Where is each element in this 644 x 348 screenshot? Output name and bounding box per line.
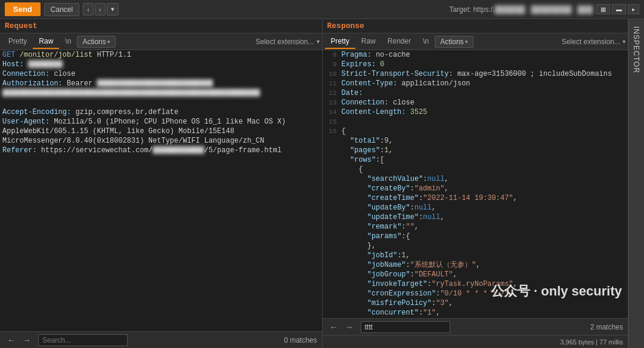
resp-line-jobid: "jobId":1, [323,251,628,260]
main-content: Request Pretty Raw \n Actions ▾ Select e… [0,19,644,348]
request-title: Request [0,19,322,33]
resp-line-concurrent: "concurrent":"1", [323,308,628,318]
response-panel-wrapper: Response Pretty Raw Render \n Actions ▾ … [323,19,645,348]
response-nav: ← → [327,322,356,332]
select-ext-arrow-left: ▾ [317,38,320,45]
req-nav-prev[interactable]: ← [5,335,18,345]
response-actions-dropdown-icon: ▾ [465,39,468,45]
view-grid-button[interactable]: ▦ [596,4,610,14]
tab-response-actions[interactable]: Actions ▾ [435,36,473,48]
resp-line-searchvalue: "searchValue":null, [323,174,628,184]
select-extension-left[interactable]: Select extension... ▾ [255,38,319,46]
toolbar: Send Cancel ‹ › ▾ Target: https:/.██████… [0,0,644,19]
tab-request-raw[interactable]: Raw [33,35,59,49]
tab-request-n[interactable]: \n [59,35,77,49]
req-line-8: User-Agent: Mozilla/5.0 (iPhone; CPU iPh… [0,117,322,127]
req-line-2: Host: ████████ [0,60,322,69]
resp-line-rows: "rows":[ [323,155,628,165]
req-line-6 [0,98,322,107]
request-match-count: 0 matches [284,336,317,344]
request-tabs: Pretty Raw \n Actions ▾ Select extension… [0,33,322,50]
actions-dropdown-icon: ▾ [107,39,110,45]
resp-line-obj-open: { [323,165,628,174]
tab-request-pretty[interactable]: Pretty [2,35,33,49]
req-line-9: AppleWebKit/605.1.15 (KHTML, like Gecko)… [0,127,322,136]
select-extension-right[interactable]: Select extension... ▾ [562,38,626,46]
req-line-5: ████████████████████████████████████████… [0,88,322,98]
request-search-input[interactable] [38,334,128,346]
resp-line-cron: "cronExpression":"0/10 * * * * ?", [323,289,628,298]
resp-line-12: 12Date: [323,88,628,98]
resp-line-createby: "createBy":"admin", [323,184,628,193]
response-title: Response [323,19,628,33]
resp-line-params-close: }, [323,241,628,251]
request-code-area[interactable]: GET /monitor/job/list HTTP/1.1 Host: ███… [0,50,322,331]
resp-nav-prev[interactable]: ← [327,322,340,332]
target-label: Target: https:/.██████ · ████████ · ███ [449,5,593,14]
request-panel: Request Pretty Raw \n Actions ▾ Select e… [0,19,323,348]
req-line-1: GET /monitor/job/list HTTP/1.1 [0,50,322,60]
status-bar: 3,965 bytes | 77 millis [323,335,628,348]
request-nav: ← → [5,335,33,345]
nav-left-button[interactable]: ‹ [83,3,94,16]
resp-line-misfirepolicy: "misfirePolicy":"3", [323,298,628,308]
req-line-12 [0,155,322,165]
view-single-button[interactable]: ▸ [628,4,639,14]
resp-line-remark: "remark":"", [323,222,628,232]
resp-line-jobgroup: "jobGroup":"DEFAULT", [323,270,628,279]
actions-label: Actions [82,38,106,46]
response-tabs: Pretty Raw Render \n Actions ▾ Select ex… [323,33,628,50]
tab-response-n[interactable]: \n [417,35,435,49]
resp-line-updatetime: "updateTime":null, [323,213,628,222]
resp-line-15: 15 [323,117,628,127]
tab-request-actions[interactable]: Actions ▾ [77,36,115,48]
response-actions-label: Actions [440,38,463,46]
resp-line-invoketarget: "invokeTarget":"ryTask.ryNoParams", [323,279,628,289]
nav-right-button[interactable]: › [95,3,106,16]
tab-response-pretty[interactable]: Pretty [325,35,355,49]
cancel-button[interactable]: Cancel [44,3,79,16]
resp-line-9: 9Expires: 0 [323,60,628,69]
nav-dropdown-button[interactable]: ▾ [107,3,119,16]
response-bottom-bar: ← → 2 matches [323,318,628,335]
resp-line-jobname: "jobName":"系统默认（无参）", [323,260,628,270]
req-line-4: Authorization: Bearer ██████████████████… [0,79,322,88]
resp-line-total: "total":9, [323,136,628,146]
tab-response-raw[interactable]: Raw [355,35,382,49]
req-line-7: Accept-Encoding: gzip,compress,br,deflat… [0,107,322,117]
select-ext-arrow-right: ▾ [623,38,626,45]
view-buttons: ▦ ▬ ▸ [596,4,639,14]
inspector-tab[interactable]: INSPECTOR [628,19,644,348]
resp-line-13: 13Connection: close [323,98,628,107]
resp-line-pages: "pages":1, [323,146,628,155]
request-bottom-bar: ← → 0 matches [0,331,322,348]
resp-line-14: 14Content-Length: 3525 [323,107,628,117]
req-nav-next[interactable]: → [20,335,33,345]
nav-arrows: ‹ › ▾ [83,3,118,16]
response-code-area[interactable]: 8Pragma: no-cache 9Expires: 0 10Strict-T… [323,50,628,318]
resp-line-16: 16{ [323,127,628,136]
resp-line-createtime: "createTime":"2022-11-14 19:30:47", [323,193,628,203]
response-match-count: 2 matches [590,323,623,331]
req-line-3: Connection: close [0,69,322,79]
response-search-input[interactable] [361,321,450,333]
resp-line-updateby: "updateBy":null, [323,203,628,213]
resp-line-params: "params":{ [323,232,628,241]
req-line-11: Referer: https://servicewechat.com/█████… [0,146,322,155]
tab-response-render[interactable]: Render [382,35,417,49]
response-main: Response Pretty Raw Render \n Actions ▾ … [323,19,628,348]
resp-nav-next[interactable]: → [343,322,356,332]
resp-line-11: 11Content-Type: application/json [323,79,628,88]
send-button[interactable]: Send [5,2,41,16]
resp-line-status: "status":"1", [323,318,628,318]
req-line-10: MicroMessenger/8.0.40(0x18002831) NetTyp… [0,136,322,146]
resp-line-8: 8Pragma: no-cache [323,50,628,60]
status-text: 3,965 bytes | 77 millis [560,338,623,346]
view-split-button[interactable]: ▬ [612,4,626,14]
resp-line-10: 10Strict-Transport-Security: max-age=315… [323,69,628,79]
